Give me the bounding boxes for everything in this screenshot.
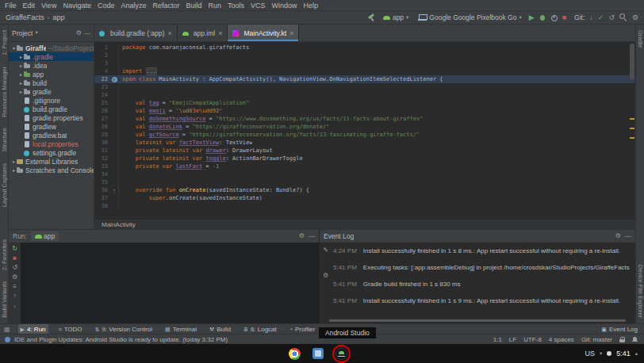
tab-app-iml[interactable]: app.iml× — [178, 25, 228, 41]
status-message[interactable]: IDE and Plugin Updates: Android Studio i… — [14, 336, 228, 343]
tree-item-giraffefacts[interactable]: ▾GiraffeFacts~/StudioProjects/GiraffeFac… — [9, 44, 94, 52]
tree-item-gradlew[interactable]: gradlew — [9, 122, 94, 131]
git-update-button[interactable]: ↓ — [589, 14, 593, 21]
toolwindow-button-profiler[interactable]: ◔Profiler — [287, 324, 318, 334]
stop-icon[interactable]: ■ — [13, 255, 17, 262]
menu-tools[interactable]: Tools — [224, 2, 247, 10]
expand-arrow[interactable]: ▸ — [11, 159, 17, 164]
tool-button-device-file-explorer[interactable]: Device File Explorer — [637, 265, 644, 318]
code-line[interactable]: 38 — [94, 202, 635, 210]
code-line[interactable]: 34 — [94, 170, 635, 178]
keyboard-layout[interactable]: US — [585, 350, 595, 357]
tree-item-local-properties[interactable]: local.properties — [9, 139, 94, 148]
tree-item-gradle[interactable]: ▸gradle — [9, 87, 94, 96]
code-line[interactable]: 28 val donateLink = "https://giraffecons… — [94, 123, 635, 131]
settings-icon[interactable]: ⚙ — [12, 274, 17, 281]
menu-help[interactable]: Help — [301, 2, 322, 10]
pencil-icon[interactable]: ✎ — [323, 247, 328, 254]
toolwindow-button-6-logcat[interactable]: ≣6: Logcat — [241, 324, 279, 334]
code-line[interactable]: 3 — [94, 59, 635, 67]
expand-arrow[interactable]: ▸ — [18, 71, 24, 77]
menu-edit[interactable]: Edit — [20, 2, 39, 10]
settings-gear-icon[interactable]: ⚙ — [76, 30, 82, 36]
tool-button-layout-captures[interactable]: Layout Captures — [1, 163, 8, 207]
scrollbar-thumb[interactable] — [630, 44, 634, 80]
tool-button-1-project[interactable]: 1: Project — [1, 30, 8, 55]
settings-gear-icon[interactable]: ⚙ — [615, 233, 621, 239]
stop-button[interactable]: ■ — [562, 14, 566, 21]
status-indicator-icon[interactable] — [607, 351, 611, 356]
run-config-select[interactable]: app ▾ — [381, 12, 411, 23]
menu-vcs[interactable]: VCS — [247, 2, 269, 10]
expand-arrow[interactable]: ▾ — [11, 45, 17, 51]
android-studio-taskbar-icon[interactable] — [335, 348, 347, 360]
code-line[interactable]: 29 val gcfSource = "https://giraffeconse… — [94, 131, 635, 139]
git-rollback-button[interactable]: ↺ — [608, 14, 615, 21]
menu-refactor[interactable]: Refactor — [149, 2, 182, 10]
event-log-entry[interactable]: 5:41 PMInstall successfully finished in … — [333, 297, 631, 304]
settings-gear-icon[interactable]: ⚙ — [632, 14, 638, 21]
debug-button[interactable] — [539, 14, 546, 21]
code-line[interactable]: 36↑ override fun onCreate(savedInstanceS… — [94, 186, 635, 194]
toolwindow-corner-icon[interactable]: ▦ — [4, 326, 10, 333]
event-log-entry[interactable]: 5:41 PMExecuting tasks: [:app:assembleDe… — [333, 264, 631, 271]
toolwindow-button-event-log[interactable]: ▣Event Log — [599, 324, 640, 334]
tree-item-gitignore[interactable]: .gitignore — [9, 96, 94, 105]
expand-arrow[interactable]: ▸ — [11, 167, 17, 173]
breadcrumb-class[interactable]: MainActivity — [102, 221, 136, 228]
status-lf[interactable]: LF — [509, 336, 516, 343]
code-line[interactable]: 30 lateinit var factTextView: TextView — [94, 139, 635, 147]
tool-button-2-favorites[interactable]: 2: Favorites — [1, 239, 8, 270]
clock[interactable]: 5:41 — [616, 350, 631, 357]
notifications-bell-icon[interactable] — [632, 337, 638, 342]
chrome-icon[interactable] — [289, 348, 301, 360]
code-line[interactable]: 23 — [94, 83, 635, 91]
tree-item-gradlew-bat[interactable]: gradlew.bat — [9, 131, 94, 139]
breadcrumb-module[interactable]: app — [53, 13, 65, 21]
toolwindow-button-9-version-control[interactable]: ⇅9: Version Control — [93, 324, 155, 334]
tree-item-idea[interactable]: ▸.idea — [9, 61, 94, 70]
code-line[interactable]: 1package com.naranjaconsal.giraffefacts — [94, 44, 635, 52]
menu-file[interactable]: File — [2, 2, 20, 10]
settings-wrench-icon[interactable]: ⚙ — [323, 273, 328, 279]
up-stack-icon[interactable]: ↑ — [13, 293, 17, 300]
tab-build-gradle-app[interactable]: build.gradle (:app)× — [94, 25, 178, 41]
restart-activity-icon[interactable]: ↺ — [12, 265, 17, 271]
toolwindow-button-terminal[interactable]: ▤Terminal — [163, 324, 199, 334]
event-log-entry[interactable]: 4:24 PMInstall successfully finished in … — [333, 247, 631, 254]
toolwindow-button-todo[interactable]: ≡TODO — [56, 324, 85, 334]
run-tab-app[interactable]: app — [31, 231, 59, 241]
profile-button[interactable] — [550, 14, 558, 21]
tool-button-resource-manager[interactable]: Resource Manager — [1, 67, 8, 117]
code-line[interactable]: 25 val tag = "EmojiCompatApplication" — [94, 99, 635, 107]
code-line[interactable]: 33 private var lastFact = -1 — [94, 162, 635, 170]
toolwindow-button-build[interactable]: ⚒Build — [207, 324, 233, 334]
expand-arrow[interactable]: ▸ — [18, 63, 24, 68]
search-icon[interactable] — [619, 13, 627, 21]
code-line[interactable]: 26 val emoji = "\ud83e\udd92" — [94, 107, 635, 115]
tree-item-build-gradle[interactable]: build.gradle — [9, 105, 94, 113]
files-icon[interactable] — [312, 348, 324, 359]
expand-arrow[interactable]: ▸ — [18, 54, 24, 59]
git-commit-button[interactable]: ✓ — [598, 14, 604, 21]
close-icon[interactable]: × — [168, 29, 172, 37]
code-line[interactable]: 35 — [94, 178, 635, 186]
run-button[interactable]: ▶ — [529, 14, 535, 21]
menu-analyze[interactable]: Analyze — [117, 2, 149, 10]
event-log-scrollbar[interactable] — [329, 319, 626, 322]
code-area[interactable]: 1package com.naranjaconsal.giraffefacts2… — [94, 42, 635, 219]
code-line[interactable]: 22copen class MainActivity : AppCompatAc… — [94, 75, 635, 83]
expand-arrow[interactable]: ▸ — [18, 89, 24, 94]
menu-build[interactable]: Build — [182, 2, 205, 10]
code-line[interactable]: 37 super.onCreate(savedInstanceState) — [94, 194, 635, 202]
breadcrumb-project[interactable]: GiraffeFacts — [6, 13, 44, 21]
code-line[interactable]: 32 private lateinit var toggle: ActionBa… — [94, 155, 635, 162]
status-utf-8[interactable]: UTF-8 — [523, 336, 542, 343]
tree-item-gradle-properties[interactable]: gradle.properties — [9, 113, 94, 122]
status-4-spaces[interactable]: 4 spaces — [549, 336, 574, 343]
hide-panel-icon[interactable]: — — [625, 233, 631, 239]
build-hammer-icon[interactable] — [367, 13, 376, 22]
status-git-master[interactable]: Git: master — [581, 336, 612, 343]
tree-item-build[interactable]: ▸build — [9, 78, 94, 87]
pin-icon[interactable]: ≡ — [13, 284, 17, 290]
